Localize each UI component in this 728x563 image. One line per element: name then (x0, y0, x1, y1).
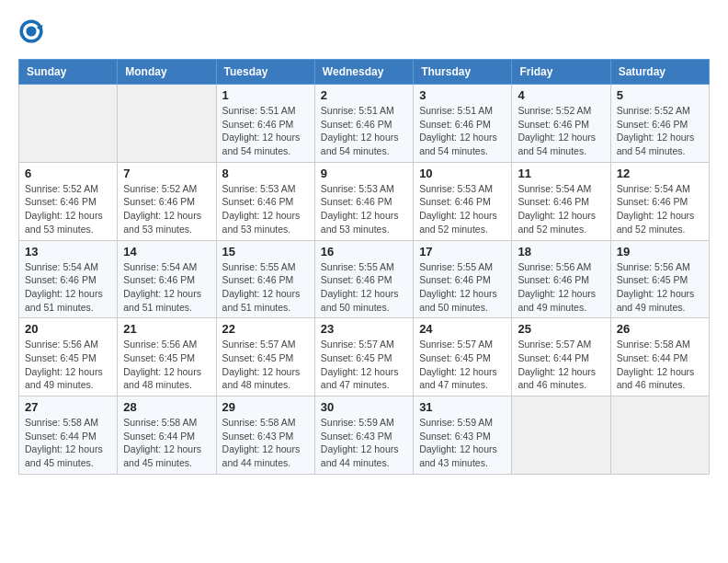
day-number: 3 (419, 88, 506, 102)
page-header (18, 18, 710, 44)
day-number: 13 (25, 245, 111, 259)
calendar-cell: 1Sunrise: 5:51 AMSunset: 6:46 PMDaylight… (216, 85, 314, 163)
week-row-2: 6Sunrise: 5:52 AMSunset: 6:46 PMDaylight… (19, 162, 710, 240)
calendar-cell: 30Sunrise: 5:59 AMSunset: 6:43 PMDayligh… (314, 396, 413, 475)
calendar-cell: 18Sunrise: 5:56 AMSunset: 6:46 PMDayligh… (512, 240, 610, 318)
week-row-1: 1Sunrise: 5:51 AMSunset: 6:46 PMDaylight… (19, 85, 710, 163)
week-row-3: 13Sunrise: 5:54 AMSunset: 6:46 PMDayligh… (19, 240, 710, 318)
calendar-cell (610, 396, 709, 475)
calendar-cell: 27Sunrise: 5:58 AMSunset: 6:44 PMDayligh… (19, 396, 118, 475)
day-info: Sunrise: 5:52 AMSunset: 6:46 PMDaylight:… (518, 104, 604, 158)
day-number: 11 (518, 167, 604, 180)
calendar-cell: 9Sunrise: 5:53 AMSunset: 6:46 PMDaylight… (314, 162, 413, 240)
day-info: Sunrise: 5:55 AMSunset: 6:46 PMDaylight:… (321, 260, 407, 315)
calendar-cell: 26Sunrise: 5:58 AMSunset: 6:44 PMDayligh… (610, 318, 709, 396)
calendar-cell: 11Sunrise: 5:54 AMSunset: 6:46 PMDayligh… (512, 162, 610, 240)
day-info: Sunrise: 5:56 AMSunset: 6:45 PMDaylight:… (25, 338, 111, 392)
day-info: Sunrise: 5:55 AMSunset: 6:46 PMDaylight:… (419, 260, 506, 315)
calendar-cell: 5Sunrise: 5:52 AMSunset: 6:46 PMDaylight… (610, 85, 709, 163)
header-day-thursday: Thursday (414, 60, 512, 85)
calendar-cell: 15Sunrise: 5:55 AMSunset: 6:46 PMDayligh… (216, 240, 314, 318)
day-number: 19 (617, 245, 703, 259)
svg-point-2 (26, 26, 36, 36)
day-info: Sunrise: 5:51 AMSunset: 6:46 PMDaylight:… (222, 104, 309, 158)
day-info: Sunrise: 5:57 AMSunset: 6:45 PMDaylight:… (419, 338, 506, 392)
calendar-cell (19, 85, 118, 163)
day-info: Sunrise: 5:54 AMSunset: 6:46 PMDaylight:… (123, 260, 210, 315)
day-info: Sunrise: 5:54 AMSunset: 6:46 PMDaylight:… (25, 260, 111, 315)
day-info: Sunrise: 5:56 AMSunset: 6:46 PMDaylight:… (518, 260, 604, 315)
day-info: Sunrise: 5:54 AMSunset: 6:46 PMDaylight:… (617, 182, 703, 236)
day-info: Sunrise: 5:53 AMSunset: 6:46 PMDaylight:… (321, 182, 407, 236)
day-number: 24 (419, 322, 506, 336)
day-info: Sunrise: 5:57 AMSunset: 6:44 PMDaylight:… (518, 338, 604, 392)
week-row-5: 27Sunrise: 5:58 AMSunset: 6:44 PMDayligh… (19, 396, 710, 475)
day-info: Sunrise: 5:58 AMSunset: 6:44 PMDaylight:… (123, 416, 210, 470)
calendar-cell: 21Sunrise: 5:56 AMSunset: 6:45 PMDayligh… (118, 318, 216, 396)
calendar-cell: 23Sunrise: 5:57 AMSunset: 6:45 PMDayligh… (314, 318, 413, 396)
day-info: Sunrise: 5:57 AMSunset: 6:45 PMDaylight:… (321, 338, 407, 392)
day-info: Sunrise: 5:59 AMSunset: 6:43 PMDaylight:… (321, 416, 407, 470)
day-info: Sunrise: 5:57 AMSunset: 6:45 PMDaylight:… (222, 338, 309, 392)
day-info: Sunrise: 5:52 AMSunset: 6:46 PMDaylight:… (25, 182, 111, 236)
calendar-cell: 12Sunrise: 5:54 AMSunset: 6:46 PMDayligh… (610, 162, 709, 240)
day-number: 4 (518, 88, 604, 102)
day-number: 2 (321, 88, 407, 102)
calendar-table: SundayMondayTuesdayWednesdayThursdayFrid… (18, 59, 710, 475)
day-number: 14 (123, 245, 210, 259)
day-number: 6 (25, 167, 111, 180)
day-info: Sunrise: 5:59 AMSunset: 6:43 PMDaylight:… (419, 416, 506, 470)
calendar-cell (118, 85, 216, 163)
day-number: 7 (123, 167, 210, 180)
calendar-cell (512, 396, 610, 475)
calendar-cell: 17Sunrise: 5:55 AMSunset: 6:46 PMDayligh… (414, 240, 512, 318)
day-number: 17 (419, 245, 506, 259)
day-info: Sunrise: 5:52 AMSunset: 6:46 PMDaylight:… (617, 104, 703, 158)
day-info: Sunrise: 5:56 AMSunset: 6:45 PMDaylight:… (617, 260, 703, 315)
header-day-tuesday: Tuesday (216, 60, 314, 85)
week-row-4: 20Sunrise: 5:56 AMSunset: 6:45 PMDayligh… (19, 318, 710, 396)
header-row: SundayMondayTuesdayWednesdayThursdayFrid… (19, 60, 710, 85)
logo-icon (18, 18, 44, 44)
day-number: 12 (617, 167, 703, 180)
day-number: 28 (123, 400, 210, 414)
day-info: Sunrise: 5:58 AMSunset: 6:43 PMDaylight:… (222, 416, 309, 470)
day-info: Sunrise: 5:56 AMSunset: 6:45 PMDaylight:… (123, 338, 210, 392)
day-number: 27 (25, 400, 111, 414)
day-number: 16 (321, 245, 407, 259)
logo (18, 18, 48, 44)
calendar-cell: 7Sunrise: 5:52 AMSunset: 6:46 PMDaylight… (118, 162, 216, 240)
calendar-cell: 19Sunrise: 5:56 AMSunset: 6:45 PMDayligh… (610, 240, 709, 318)
day-number: 15 (222, 245, 309, 259)
header-day-wednesday: Wednesday (314, 60, 413, 85)
day-number: 30 (321, 400, 407, 414)
day-number: 25 (518, 322, 604, 336)
calendar-cell: 2Sunrise: 5:51 AMSunset: 6:46 PMDaylight… (314, 85, 413, 163)
calendar-cell: 25Sunrise: 5:57 AMSunset: 6:44 PMDayligh… (512, 318, 610, 396)
day-number: 21 (123, 322, 210, 336)
day-number: 18 (518, 245, 604, 259)
day-number: 22 (222, 322, 309, 336)
calendar-cell: 14Sunrise: 5:54 AMSunset: 6:46 PMDayligh… (118, 240, 216, 318)
calendar-cell: 4Sunrise: 5:52 AMSunset: 6:46 PMDaylight… (512, 85, 610, 163)
day-info: Sunrise: 5:51 AMSunset: 6:46 PMDaylight:… (321, 104, 407, 158)
day-info: Sunrise: 5:53 AMSunset: 6:46 PMDaylight:… (222, 182, 309, 236)
calendar-cell: 28Sunrise: 5:58 AMSunset: 6:44 PMDayligh… (118, 396, 216, 475)
day-info: Sunrise: 5:51 AMSunset: 6:46 PMDaylight:… (419, 104, 506, 158)
calendar-cell: 13Sunrise: 5:54 AMSunset: 6:46 PMDayligh… (19, 240, 118, 318)
calendar-cell: 8Sunrise: 5:53 AMSunset: 6:46 PMDaylight… (216, 162, 314, 240)
day-info: Sunrise: 5:58 AMSunset: 6:44 PMDaylight:… (617, 338, 703, 392)
calendar-cell: 16Sunrise: 5:55 AMSunset: 6:46 PMDayligh… (314, 240, 413, 318)
day-info: Sunrise: 5:58 AMSunset: 6:44 PMDaylight:… (25, 416, 111, 470)
calendar-cell: 3Sunrise: 5:51 AMSunset: 6:46 PMDaylight… (414, 85, 512, 163)
day-info: Sunrise: 5:52 AMSunset: 6:46 PMDaylight:… (123, 182, 210, 236)
day-info: Sunrise: 5:53 AMSunset: 6:46 PMDaylight:… (419, 182, 506, 236)
calendar-cell: 24Sunrise: 5:57 AMSunset: 6:45 PMDayligh… (414, 318, 512, 396)
day-info: Sunrise: 5:54 AMSunset: 6:46 PMDaylight:… (518, 182, 604, 236)
header-day-friday: Friday (512, 60, 610, 85)
calendar-cell: 6Sunrise: 5:52 AMSunset: 6:46 PMDaylight… (19, 162, 118, 240)
day-number: 26 (617, 322, 703, 336)
calendar-cell: 20Sunrise: 5:56 AMSunset: 6:45 PMDayligh… (19, 318, 118, 396)
day-number: 5 (617, 88, 703, 102)
day-number: 29 (222, 400, 309, 414)
